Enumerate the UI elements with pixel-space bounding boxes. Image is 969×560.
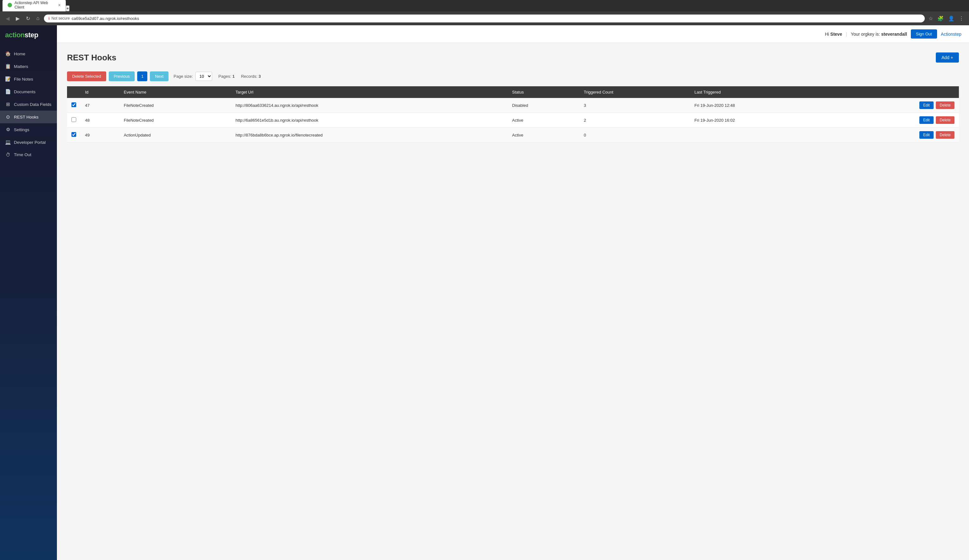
- page-size-label: Page size:: [173, 74, 193, 79]
- row-last-triggered: [690, 128, 832, 143]
- sidebar-item-label: Custom Data Fields: [14, 102, 52, 107]
- add-button[interactable]: Add +: [936, 52, 959, 63]
- row-last-triggered: Fri 19-Jun-2020 16:02: [690, 113, 832, 128]
- row-event-name: ActionUpdated: [119, 128, 231, 143]
- row-checkbox[interactable]: [72, 117, 76, 122]
- main-content: REST Hooks Add + Delete Selected Previou…: [57, 43, 969, 560]
- col-triggered-count: Triggered Count: [579, 86, 690, 98]
- page-header: REST Hooks Add +: [67, 52, 959, 63]
- home-icon: 🏠: [5, 51, 11, 56]
- delete-button[interactable]: Delete: [936, 101, 954, 109]
- bookmark-icon[interactable]: ☆: [927, 14, 934, 23]
- page-size-select[interactable]: 5 10 25 50: [195, 72, 212, 81]
- delete-selected-button[interactable]: Delete Selected: [67, 71, 106, 81]
- logo-text: actionstep: [5, 31, 52, 39]
- row-event-name: FileNoteCreated: [119, 113, 231, 128]
- rest-hooks-icon: ⊙: [5, 114, 11, 120]
- sidebar-item-custom-data-fields[interactable]: ⊞ Custom Data Fields: [0, 98, 57, 111]
- back-button[interactable]: ◀: [4, 14, 12, 23]
- pages-label: Pages:: [218, 74, 231, 79]
- toolbar-icons: ☆ 🧩 👤 ⋮: [927, 14, 965, 23]
- row-last-triggered: Fri 19-Jun-2020 12:48: [690, 98, 832, 113]
- records-info: Records: 3: [241, 74, 261, 79]
- documents-icon: 📄: [5, 89, 11, 95]
- browser-toolbar: ◀ ▶ ↻ ⌂ ℹ Not secure ca69ce5a2d07.au.ngr…: [0, 12, 969, 25]
- orgkey-value: steverandall: [881, 32, 907, 37]
- custom-data-fields-icon: ⊞: [5, 101, 11, 107]
- matters-icon: 📋: [5, 63, 11, 69]
- previous-button[interactable]: Previous: [109, 71, 135, 81]
- pages-info: Pages: 1: [218, 74, 235, 79]
- orgkey-text: Your orgkey is: steverandall: [851, 32, 907, 37]
- row-checkbox[interactable]: [72, 132, 76, 137]
- rest-hooks-table: Id Event Name Target Url Status Triggere…: [67, 86, 959, 143]
- tab-close-icon[interactable]: ×: [58, 3, 61, 7]
- edit-button[interactable]: Edit: [919, 101, 934, 109]
- address-bar[interactable]: ℹ Not secure ca69ce5a2d07.au.ngrok.io/re…: [44, 15, 925, 22]
- tab-favicon: [8, 3, 12, 7]
- orgkey-label: Your orgkey is:: [851, 32, 880, 37]
- sidebar-item-matters[interactable]: 📋 Matters: [0, 60, 57, 73]
- home-button[interactable]: ⌂: [35, 14, 42, 22]
- menu-icon[interactable]: ⋮: [957, 14, 965, 23]
- sidebar-item-label: Matters: [14, 64, 28, 69]
- settings-icon: ⚙: [5, 127, 11, 133]
- table-row: 47 FileNoteCreated http://806aa6336214.a…: [67, 98, 959, 113]
- actionstep-link[interactable]: Actionstep: [941, 32, 961, 37]
- edit-button[interactable]: Edit: [919, 131, 934, 139]
- time-out-icon: ⏱: [5, 152, 11, 157]
- table-header-row: Id Event Name Target Url Status Triggere…: [67, 86, 959, 98]
- sidebar-item-rest-hooks[interactable]: ⊙ REST Hooks: [0, 111, 57, 123]
- sidebar-item-label: Settings: [14, 127, 29, 132]
- row-checkbox-cell[interactable]: [67, 98, 81, 113]
- top-bar: Hi Steve | Your orgkey is: steverandall …: [57, 25, 969, 43]
- sidebar-item-developer-portal[interactable]: 💻 Developer Portal: [0, 136, 57, 148]
- records-label: Records:: [241, 74, 257, 79]
- active-tab: Actionstep API Web Client ×: [3, 0, 66, 12]
- sidebar-item-documents[interactable]: 📄 Documents: [0, 85, 57, 98]
- sidebar-item-file-notes[interactable]: 📝 File Notes: [0, 73, 57, 85]
- developer-portal-icon: 💻: [5, 140, 11, 145]
- tab-title: Actionstep API Web Client: [15, 1, 56, 10]
- file-notes-icon: 📝: [5, 76, 11, 82]
- delete-button[interactable]: Delete: [936, 116, 954, 124]
- sidebar-item-time-out[interactable]: ⏱ Time Out: [0, 148, 57, 161]
- extensions-icon[interactable]: 🧩: [936, 14, 945, 23]
- col-status: Status: [508, 86, 579, 98]
- row-event-name: FileNoteCreated: [119, 98, 231, 113]
- col-id: Id: [81, 86, 119, 98]
- row-checkbox-cell[interactable]: [67, 128, 81, 143]
- page-number-button[interactable]: 1: [137, 71, 147, 81]
- row-target-url: http://876bda8b6bce.ap.ngrok.io/filenote…: [231, 128, 508, 143]
- tab-bar: Actionstep API Web Client × +: [0, 0, 969, 12]
- row-id: 49: [81, 128, 119, 143]
- table-row: 49 ActionUpdated http://876bda8b6bce.ap.…: [67, 128, 959, 143]
- row-triggered-count: 2: [579, 113, 690, 128]
- row-checkbox[interactable]: [72, 102, 76, 107]
- row-checkbox-cell[interactable]: [67, 113, 81, 128]
- row-actions: Edit Delete: [832, 113, 959, 128]
- col-checkbox: [67, 86, 81, 98]
- refresh-button[interactable]: ↻: [24, 14, 32, 23]
- sidebar-item-label: Time Out: [14, 152, 31, 157]
- edit-button[interactable]: Edit: [919, 116, 934, 124]
- records-value: 3: [259, 74, 261, 79]
- greeting-text: Hi Steve: [825, 32, 842, 37]
- sidebar-item-home[interactable]: 🏠 Home: [0, 47, 57, 60]
- pages-value: 1: [232, 74, 235, 79]
- row-status: Disabled: [508, 98, 579, 113]
- app: actionstep 🏠 Home 📋 Matters 📝 File Notes…: [0, 25, 969, 560]
- profile-icon[interactable]: 👤: [947, 14, 956, 23]
- new-tab-button[interactable]: +: [66, 5, 70, 12]
- sidebar-item-settings[interactable]: ⚙ Settings: [0, 123, 57, 136]
- next-button[interactable]: Next: [150, 71, 168, 81]
- row-target-url: http://6a86561e5d1b.au.ngrok.io/api/rest…: [231, 113, 508, 128]
- content-area: Hi Steve | Your orgkey is: steverandall …: [57, 25, 969, 560]
- delete-button[interactable]: Delete: [936, 131, 954, 139]
- sidebar: actionstep 🏠 Home 📋 Matters 📝 File Notes…: [0, 25, 57, 560]
- sidebar-nav: 🏠 Home 📋 Matters 📝 File Notes 📄 Document…: [0, 45, 57, 560]
- sign-out-button[interactable]: Sign Out: [911, 29, 937, 38]
- row-actions: Edit Delete: [832, 98, 959, 113]
- row-triggered-count: 0: [579, 128, 690, 143]
- forward-button[interactable]: ▶: [14, 14, 22, 23]
